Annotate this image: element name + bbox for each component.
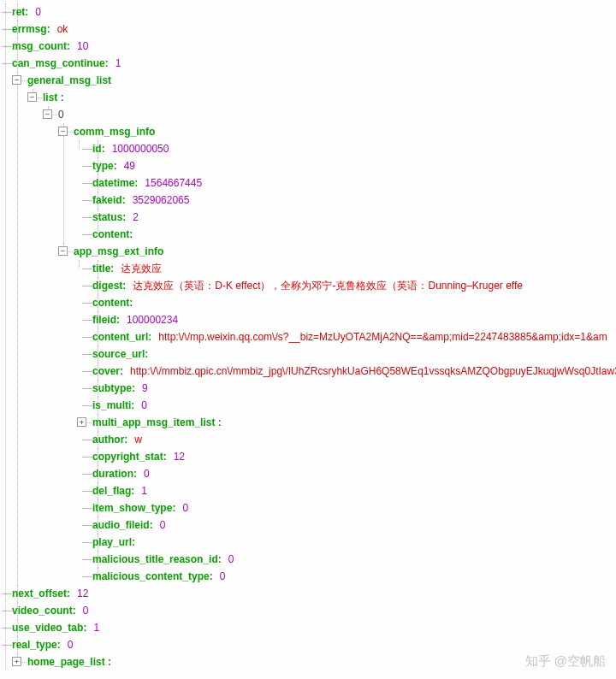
row-subtype[interactable]: subtype :9 bbox=[92, 380, 616, 397]
key-label: home_page_list bbox=[27, 654, 105, 670]
key-label: subtype bbox=[92, 381, 132, 396]
row-video-count[interactable]: video_count :0 bbox=[12, 602, 616, 619]
key-label: msg_count bbox=[12, 38, 67, 54]
toggle-icon[interactable] bbox=[43, 109, 52, 119]
colon: : bbox=[25, 4, 28, 20]
value: 10 bbox=[77, 38, 88, 54]
toggle-icon[interactable] bbox=[27, 92, 37, 102]
leaf-errmsg: errmsg :ok bbox=[12, 21, 616, 38]
leaf-content: content : bbox=[92, 226, 616, 243]
row-list[interactable]: list : bbox=[43, 89, 616, 106]
colon: : bbox=[133, 466, 137, 481]
index-label: 0 bbox=[58, 107, 64, 122]
key-label: errmsg bbox=[12, 21, 47, 37]
key-label: item_show_type bbox=[92, 500, 172, 516]
value: 100000234 bbox=[127, 312, 178, 328]
row-home-page-list[interactable]: home_page_list : bbox=[27, 653, 616, 670]
value: 0 bbox=[68, 637, 74, 652]
row-type[interactable]: type :49 bbox=[92, 157, 616, 174]
toggle-icon[interactable] bbox=[58, 246, 68, 256]
row-author[interactable]: author :w bbox=[92, 431, 616, 448]
row-is-multi[interactable]: is_multi :0 bbox=[92, 397, 616, 414]
row-content-url[interactable]: content_url :http:\/\/mp.weixin.qq.com\/… bbox=[92, 328, 616, 345]
row-content[interactable]: content : bbox=[92, 294, 616, 311]
row-fakeid[interactable]: fakeid :3529062065 bbox=[92, 192, 616, 209]
node-general-msg-list: general_msg_list list : 0 comm_msg_info bbox=[12, 72, 616, 585]
row-general-msg-list[interactable]: general_msg_list bbox=[27, 72, 616, 89]
toggle-icon[interactable] bbox=[77, 417, 86, 427]
key-label: malicious_title_reason_id bbox=[92, 552, 218, 567]
row-can-msg-continue[interactable]: can_msg_continue :1 bbox=[12, 55, 616, 72]
colon: : bbox=[124, 432, 127, 447]
colon: : bbox=[57, 637, 61, 652]
leaf-content-url: content_url :http:\/\/mp.weixin.qq.com\/… bbox=[92, 328, 616, 345]
toggle-icon[interactable] bbox=[12, 75, 21, 85]
row-source-url[interactable]: source_url : bbox=[92, 345, 616, 363]
key-label: fileid bbox=[92, 312, 116, 328]
row-copyright-stat[interactable]: copyright_stat :12 bbox=[92, 448, 616, 465]
row-errmsg[interactable]: errmsg :ok bbox=[12, 21, 616, 38]
row-datetime[interactable]: datetime :1564667445 bbox=[92, 174, 616, 192]
row-title[interactable]: title :达克效应 bbox=[92, 260, 616, 277]
row-index-0[interactable]: 0 bbox=[58, 106, 616, 123]
row-next-offset[interactable]: next_offset :12 bbox=[12, 585, 616, 602]
row-id[interactable]: id :1000000050 bbox=[92, 140, 616, 157]
row-content[interactable]: content : bbox=[92, 226, 616, 243]
key-label: fakeid bbox=[92, 192, 122, 208]
row-multi[interactable]: multi_app_msg_item_list : bbox=[92, 414, 616, 431]
node-index-0: 0 comm_msg_info id :1000000050type :49da… bbox=[43, 106, 616, 585]
leaf-play-url: play_url : bbox=[92, 534, 616, 551]
value: 1 bbox=[116, 56, 121, 71]
colon: : bbox=[116, 312, 120, 328]
row-ret[interactable]: ret :0 bbox=[12, 3, 616, 21]
colon: : bbox=[83, 620, 86, 635]
key-label: multi_app_msg_item_list bbox=[92, 415, 215, 430]
row-malicious-content-type[interactable]: malicious_content_type :0 bbox=[92, 568, 616, 585]
colon: : bbox=[67, 586, 70, 601]
row-malicious-title-reason-id[interactable]: malicious_title_reason_id :0 bbox=[92, 551, 616, 568]
key-label: status bbox=[92, 210, 122, 225]
row-msg-count[interactable]: msg_count :10 bbox=[12, 38, 616, 55]
row-status[interactable]: status :2 bbox=[92, 209, 616, 226]
row-cover[interactable]: cover :http:\/\/mmbiz.qpic.cn\/mmbiz_jpg… bbox=[92, 363, 616, 380]
row-del-flag[interactable]: del_flag :1 bbox=[92, 482, 616, 499]
row-audio-fileid[interactable]: audio_fileid :0 bbox=[92, 517, 616, 534]
leaf-source-url: source_url : bbox=[92, 345, 616, 363]
key-label: list bbox=[43, 90, 57, 105]
toggle-icon[interactable] bbox=[58, 127, 68, 136]
row-duration[interactable]: duration :0 bbox=[92, 465, 616, 482]
colon: : bbox=[114, 158, 117, 174]
leaf-del-flag: del_flag :1 bbox=[92, 482, 616, 499]
node-multi-app-msg-item-list: multi_app_msg_item_list : bbox=[92, 414, 616, 431]
leaf-next-offset: next_offset :12 bbox=[12, 585, 616, 602]
value: 12 bbox=[174, 449, 185, 464]
colon: : bbox=[148, 329, 151, 345]
row-app-msg-ext-info[interactable]: app_msg_ext_info bbox=[74, 243, 616, 260]
key-label: can_msg_continue bbox=[12, 56, 105, 71]
key-label: cover bbox=[92, 363, 120, 379]
value: 49 bbox=[124, 158, 135, 174]
row-fileid[interactable]: fileid :100000234 bbox=[92, 311, 616, 328]
row-digest[interactable]: digest :达克效应（英语：D-K effect），全称为邓宁-克鲁格效应（… bbox=[92, 277, 616, 294]
row-play-url[interactable]: play_url : bbox=[92, 534, 616, 551]
leaf-item-show-type: item_show_type :0 bbox=[92, 499, 616, 517]
leaf-use-video-tab: use_video_tab :1 bbox=[12, 619, 616, 636]
key-label: malicious_content_type bbox=[92, 569, 210, 584]
row-item-show-type[interactable]: item_show_type :0 bbox=[92, 499, 616, 517]
row-real-type[interactable]: real_type :0 bbox=[12, 636, 616, 653]
value: 1 bbox=[141, 483, 147, 499]
leaf-datetime: datetime :1564667445 bbox=[92, 174, 616, 192]
leaf-title: title :达克效应 bbox=[92, 260, 616, 277]
value: 0 bbox=[141, 398, 147, 413]
colon: : bbox=[163, 449, 167, 464]
row-comm-msg-info[interactable]: comm_msg_info bbox=[74, 123, 616, 140]
colon: : bbox=[105, 56, 109, 71]
node-list: list : 0 comm_msg_info id :1000000050typ… bbox=[27, 89, 616, 585]
toggle-icon[interactable] bbox=[12, 657, 21, 666]
leaf-duration: duration :0 bbox=[92, 465, 616, 482]
value: 3529062065 bbox=[133, 192, 190, 208]
value: 1 bbox=[93, 620, 99, 635]
leaf-ret: ret :0 bbox=[12, 3, 616, 21]
colon: : bbox=[218, 552, 222, 567]
row-use-video-tab[interactable]: use_video_tab :1 bbox=[12, 619, 616, 636]
